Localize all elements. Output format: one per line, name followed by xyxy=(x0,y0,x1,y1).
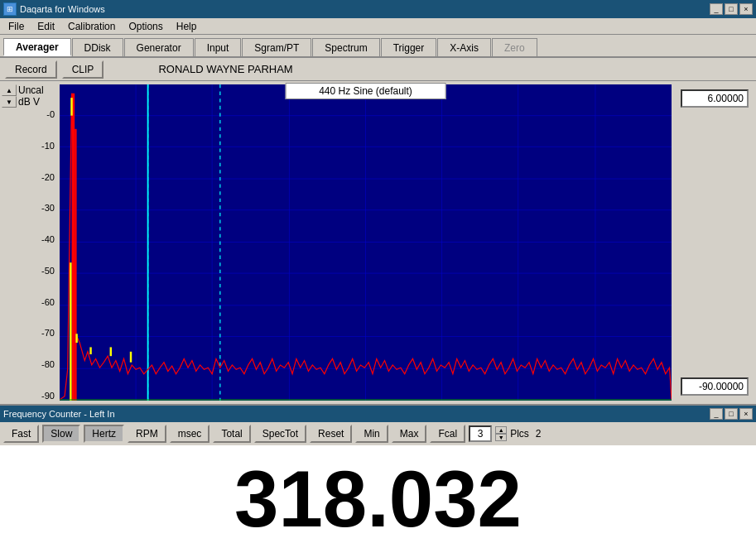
spectot-button[interactable]: SpecTot xyxy=(254,425,306,443)
chart-container: 440 Hz Sine (default) xyxy=(60,84,672,401)
tab-ddisk[interactable]: DDisk xyxy=(72,38,123,56)
svg-rect-25 xyxy=(89,347,91,354)
close-button[interactable]: × xyxy=(739,3,753,15)
app-icon: ⊞ xyxy=(3,2,17,16)
title-bar-left: ⊞ Daqarta for Windows xyxy=(3,2,105,16)
tab-generator[interactable]: Generator xyxy=(124,38,194,56)
menu-help[interactable]: Help xyxy=(170,20,204,33)
main-area: ▲ ▼ Uncal dB V -0 -10 -20 -30 -40 -50 -6… xyxy=(0,81,756,404)
fcal-button[interactable]: Fcal xyxy=(430,425,465,443)
max-button[interactable]: Max xyxy=(392,425,427,443)
svg-rect-24 xyxy=(75,334,77,343)
tab-xaxis[interactable]: X-Axis xyxy=(437,38,491,56)
app-title: Daqarta for Windows xyxy=(20,4,105,14)
plcs-label: Plcs xyxy=(510,428,529,440)
right-panel: 6.00000 -90.00000 xyxy=(673,81,756,404)
freq-counter-title: Frequency Counter - Left In _ □ × xyxy=(0,406,756,422)
y-scroll-up[interactable]: ▲ xyxy=(2,84,17,96)
freq-display: 318.032 xyxy=(0,445,756,543)
min-button[interactable]: Min xyxy=(355,425,388,443)
freq-title-controls[interactable]: _ □ × xyxy=(710,408,753,420)
plcs-spinner[interactable]: ▲ ▼ xyxy=(495,426,507,441)
menu-bar: File Edit Calibration Options Help xyxy=(0,18,756,35)
freq-counter-toolbar: Fast Slow Hertz RPM msec Total SpecTot R… xyxy=(0,422,756,445)
tab-sgram[interactable]: Sgram/PT xyxy=(242,38,311,56)
slow-button[interactable]: Slow xyxy=(42,425,80,443)
tab-averager[interactable]: Averager xyxy=(3,38,71,56)
fast-button[interactable]: Fast xyxy=(3,425,39,443)
svg-rect-26 xyxy=(110,347,112,356)
menu-calibration[interactable]: Calibration xyxy=(61,20,122,33)
svg-rect-27 xyxy=(130,352,132,363)
freq-counter: Frequency Counter - Left In _ □ × Fast S… xyxy=(0,404,756,543)
freq-close-button[interactable]: × xyxy=(739,408,753,420)
minimize-button[interactable]: _ xyxy=(710,3,723,15)
chart-title: 440 Hz Sine (default) xyxy=(285,83,446,99)
hertz-button[interactable]: Hertz xyxy=(84,425,124,443)
svg-rect-23 xyxy=(70,98,72,116)
freq-maximize-button[interactable]: □ xyxy=(725,408,738,420)
plcs-down[interactable]: ▼ xyxy=(495,434,507,441)
tab-trigger[interactable]: Trigger xyxy=(381,38,437,56)
tab-input[interactable]: Input xyxy=(195,38,242,56)
svg-rect-22 xyxy=(70,262,71,401)
msec-button[interactable]: msec xyxy=(170,425,210,443)
toolbar-row: Record CLIP RONALD WAYNE PARHAM xyxy=(0,58,756,81)
reset-button[interactable]: Reset xyxy=(310,425,352,443)
total-button[interactable]: Total xyxy=(213,425,250,443)
freq-value: 318.032 xyxy=(234,454,522,543)
title-bar: ⊞ Daqarta for Windows _ □ × xyxy=(0,0,756,18)
freq-minimize-button[interactable]: _ xyxy=(710,408,723,420)
freq-counter-label: Frequency Counter - Left In xyxy=(3,409,115,419)
plcs-up[interactable]: ▲ xyxy=(495,426,507,434)
menu-file[interactable]: File xyxy=(2,20,31,33)
tab-bar: Averager DDisk Generator Input Sgram/PT … xyxy=(0,35,756,58)
top-value-box[interactable]: 6.00000 xyxy=(681,89,749,108)
y-axis-container: ▲ ▼ Uncal dB V -0 -10 -20 -30 -40 -50 -6… xyxy=(0,81,58,404)
tab-spectrum[interactable]: Spectrum xyxy=(312,38,379,56)
bottom-value-box[interactable]: -90.00000 xyxy=(681,377,749,396)
clip-button[interactable]: CLIP xyxy=(62,60,104,79)
menu-options[interactable]: Options xyxy=(122,20,169,33)
user-label: RONALD WAYNE PARHAM xyxy=(158,63,292,75)
rpm-button[interactable]: RPM xyxy=(128,425,166,443)
y-axis-label: Uncal dB V xyxy=(18,84,44,108)
plcs-input[interactable] xyxy=(469,425,492,442)
spectrum-chart xyxy=(60,84,672,401)
maximize-button[interactable]: □ xyxy=(725,3,738,15)
tab-zero: Zero xyxy=(492,38,537,56)
y-scroll-down[interactable]: ▼ xyxy=(2,96,17,108)
record-button[interactable]: Record xyxy=(5,60,57,79)
y-labels: -0 -10 -20 -30 -40 -50 -60 -70 -80 -90 xyxy=(2,109,56,401)
menu-edit[interactable]: Edit xyxy=(31,20,61,33)
extra-value: 2 xyxy=(536,428,542,440)
title-bar-controls[interactable]: _ □ × xyxy=(710,3,753,15)
